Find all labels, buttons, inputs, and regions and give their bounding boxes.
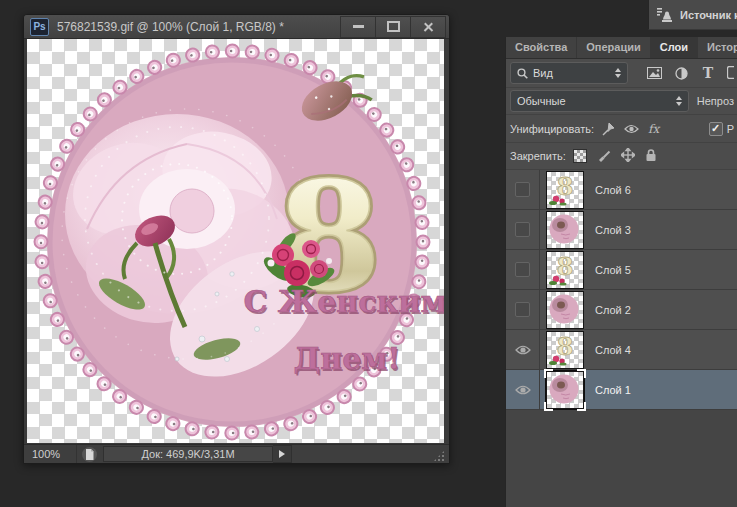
svg-text:8: 8 xyxy=(557,332,574,361)
layer-name[interactable]: Слой 2 xyxy=(595,304,631,316)
propagate-label: Р xyxy=(727,123,734,135)
layer-row-4[interactable]: 8 Слой 4 xyxy=(506,330,737,370)
visibility-toggle[interactable] xyxy=(506,290,540,329)
layer-thumbnail-eight[interactable]: 8 xyxy=(546,171,584,209)
unify-effects-icon[interactable]: fx xyxy=(648,122,659,136)
document-title: 576821539.gif @ 100% (Слой 1, RGB/8) * xyxy=(57,20,341,34)
filter-kind-dropdown[interactable]: Вид xyxy=(510,62,628,84)
filter-type-buttons: T xyxy=(646,66,734,81)
page-icon[interactable] xyxy=(82,447,97,462)
clone-stamp-icon xyxy=(657,7,673,23)
photoshop-icon: Ps xyxy=(30,18,49,36)
lock-label: Закрепить: xyxy=(510,150,566,162)
zoom-level[interactable]: 100% xyxy=(32,448,76,460)
play-triangle-icon xyxy=(279,450,285,458)
minimize-button[interactable] xyxy=(340,16,376,38)
tab-actions[interactable]: Операции xyxy=(577,37,650,58)
transparency-checkerboard: 8 8 С Женским С xyxy=(27,39,444,443)
magnifier-icon xyxy=(517,68,528,79)
opacity-label: Непроз xyxy=(697,95,734,107)
lock-transparency-icon[interactable] xyxy=(573,149,587,163)
layer-row-1-selected[interactable]: Слой 1 xyxy=(506,370,737,410)
svg-text:С Женским: С Женским xyxy=(244,284,444,319)
layer-thumbnail-card[interactable] xyxy=(546,211,584,249)
resize-grip[interactable] xyxy=(433,450,445,462)
layers-panel: Свойства Операции Слои История Вид T xyxy=(505,37,737,507)
layer-thumbnail-card[interactable] xyxy=(546,291,584,329)
layer-thumbnail-card[interactable] xyxy=(546,371,584,409)
visibility-toggle[interactable] xyxy=(506,170,540,209)
unify-visibility-icon[interactable] xyxy=(624,124,639,134)
hidden-layer-box xyxy=(515,182,530,197)
close-icon xyxy=(423,21,434,32)
panel-empty-area xyxy=(506,410,737,507)
tab-history[interactable]: История xyxy=(698,37,737,58)
eye-icon xyxy=(515,345,531,355)
filter-adjustment-layers-icon[interactable] xyxy=(673,66,689,81)
svg-text:8: 8 xyxy=(557,172,574,201)
clone-source-label: Источник к xyxy=(680,9,737,21)
visibility-toggle[interactable] xyxy=(506,250,540,289)
layer-name[interactable]: Слой 1 xyxy=(595,384,631,396)
svg-text:Днем!: Днем! xyxy=(294,341,401,376)
maximize-button[interactable] xyxy=(375,16,411,38)
blend-mode-dropdown[interactable]: Обычные xyxy=(510,90,689,112)
clone-source-panel-tab[interactable]: Источник к xyxy=(648,0,737,30)
propagate-frame-checkbox[interactable]: ✓ xyxy=(709,122,723,136)
lock-all-icon[interactable] xyxy=(645,148,657,164)
filter-row: Вид T xyxy=(506,59,737,88)
filter-shape-layers-icon[interactable] xyxy=(727,66,734,81)
updown-arrows-icon xyxy=(615,68,621,78)
filter-type-layers-icon[interactable]: T xyxy=(700,66,716,81)
lock-row: Закрепить: xyxy=(506,143,737,170)
window-controls xyxy=(341,16,446,38)
maximize-icon xyxy=(387,21,400,32)
blend-mode-value: Обычные xyxy=(517,95,671,107)
divider xyxy=(76,445,77,463)
status-menu-button[interactable] xyxy=(273,445,292,463)
close-button[interactable] xyxy=(410,16,446,38)
layer-name[interactable]: Слой 4 xyxy=(595,344,631,356)
greeting-card-artwork: 8 8 С Женским С xyxy=(27,39,444,443)
visibility-toggle[interactable] xyxy=(506,330,540,369)
unify-label: Унифицировать: xyxy=(510,123,594,135)
svg-text:8: 8 xyxy=(557,252,574,281)
lock-pixels-icon[interactable] xyxy=(597,148,611,164)
layer-list: 8 Слой 6 Слой 3 8 Слой 5 Слой 2 xyxy=(506,170,737,410)
document-size-info[interactable]: Док: 469,9K/3,31M xyxy=(103,446,273,462)
tab-layers[interactable]: Слои xyxy=(651,37,698,58)
blend-mode-row: Обычные Непроз xyxy=(506,88,737,115)
document-window: Ps 576821539.gif @ 100% (Слой 1, RGB/8) … xyxy=(23,14,450,464)
layer-row-5[interactable]: 8 Слой 5 xyxy=(506,250,737,290)
updown-arrows-icon xyxy=(676,96,682,106)
tab-properties[interactable]: Свойства xyxy=(506,37,577,58)
visibility-toggle[interactable] xyxy=(506,370,540,409)
hidden-layer-box xyxy=(515,262,530,277)
visibility-toggle[interactable] xyxy=(506,210,540,249)
canvas-area[interactable]: 8 8 С Женским С xyxy=(24,39,449,444)
status-bar: 100% Док: 469,9K/3,31M xyxy=(24,444,449,463)
document-titlebar[interactable]: Ps 576821539.gif @ 100% (Слой 1, RGB/8) … xyxy=(24,15,449,39)
minimize-icon xyxy=(353,25,364,28)
layer-row-2[interactable]: Слой 2 xyxy=(506,290,737,330)
unify-row: Унифицировать: fx ✓ Р xyxy=(506,115,737,143)
panel-tab-bar: Свойства Операции Слои История xyxy=(506,37,737,59)
layer-name[interactable]: Слой 3 xyxy=(595,224,631,236)
layer-row-3[interactable]: Слой 3 xyxy=(506,210,737,250)
hidden-layer-box xyxy=(515,302,530,317)
unify-position-icon[interactable] xyxy=(601,122,615,136)
layer-thumbnail-eight[interactable]: 8 xyxy=(546,251,584,289)
layer-row-6[interactable]: 8 Слой 6 xyxy=(506,170,737,210)
layer-thumbnail-eight[interactable]: 8 xyxy=(546,331,584,369)
layer-name[interactable]: Слой 5 xyxy=(595,264,631,276)
eye-icon xyxy=(515,385,531,395)
filter-pixel-layers-icon[interactable] xyxy=(646,66,662,81)
lock-position-icon[interactable] xyxy=(621,148,635,164)
filter-kind-value: Вид xyxy=(533,67,610,79)
hidden-layer-box xyxy=(515,222,530,237)
layer-name[interactable]: Слой 6 xyxy=(595,184,631,196)
